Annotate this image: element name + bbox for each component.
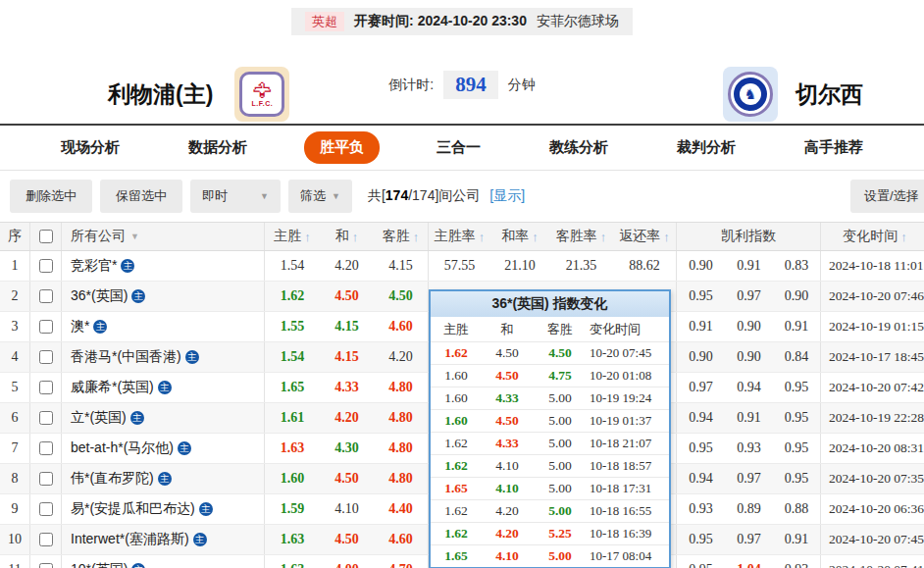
row-number: 8: [0, 464, 30, 493]
row-checkbox[interactable]: [39, 381, 53, 394]
row-checkbox[interactable]: [39, 441, 53, 455]
popup-change-time: 10-18 17:31: [588, 481, 669, 496]
company-cell: 伟*(直布罗陀)主: [62, 464, 265, 493]
kelly-away: 0.84: [773, 342, 821, 372]
nav-tab-6[interactable]: 裁判分析: [665, 132, 747, 163]
keep-selected-button[interactable]: 保留选中: [100, 180, 182, 213]
kelly-away: 0.95: [773, 464, 821, 493]
row-checkbox-cell: [30, 464, 62, 493]
company-name[interactable]: 伟*(直布罗陀)主: [71, 470, 172, 488]
away-odds: 4.50: [374, 282, 429, 311]
row-checkbox[interactable]: [39, 289, 53, 303]
header-away-rate[interactable]: 客胜率↑: [549, 223, 613, 250]
popup-away-odds: 4.75: [533, 368, 588, 384]
home-odds: 1.60: [265, 464, 320, 493]
instant-odds-select[interactable]: 即时 ▼: [190, 180, 281, 213]
header-home-rate[interactable]: 主胜率↑: [429, 223, 490, 250]
popup-home-odds: 1.62: [431, 526, 482, 542]
header-draw-odds[interactable]: 和↑: [320, 223, 374, 250]
row-checkbox[interactable]: [39, 502, 53, 516]
select-all-checkbox[interactable]: [39, 230, 53, 243]
home-indicator-icon: 主: [93, 320, 107, 334]
row-checkbox[interactable]: [39, 533, 53, 546]
nav-tab-3[interactable]: 胜平负: [304, 131, 380, 164]
odds-comparison-page: 英超 开赛时间: 2024-10-20 23:30 安菲尔德球场 利物浦(主) …: [0, 0, 924, 568]
away-odds: 4.40: [374, 494, 429, 524]
kelly-home: 0.94: [677, 464, 725, 493]
company-name[interactable]: 易*(安提瓜和巴布达)主: [71, 500, 213, 518]
analysis-nav: 现场分析数据分析胜平负三合一教练分析裁判分析高手推荐: [0, 124, 924, 171]
header-company[interactable]: 所有公司▼: [62, 223, 265, 250]
home-indicator-icon: 主: [131, 563, 145, 568]
row-checkbox[interactable]: [39, 411, 53, 425]
row-number: 3: [0, 312, 30, 341]
popup-draw-odds: 4.33: [482, 436, 533, 451]
chevron-down-icon: ▼: [260, 191, 269, 201]
row-checkbox[interactable]: [39, 259, 53, 273]
row-checkbox[interactable]: [39, 350, 53, 364]
nav-tab-7[interactable]: 高手推荐: [793, 132, 875, 163]
popup-row: 1.654.105.0010-17 08:04: [431, 544, 669, 567]
popup-header-row: 主胜和客胜变化时间: [431, 317, 669, 341]
home-odds: 1.59: [265, 494, 320, 524]
kelly-away: 0.83: [773, 251, 821, 281]
popup-change-time: 10-18 18:57: [588, 458, 669, 474]
header-return-rate[interactable]: 返还率↑: [613, 223, 677, 250]
kelly-draw: 0.91: [725, 251, 773, 281]
chevron-down-icon: ▼: [332, 191, 340, 201]
popup-away-odds: 5.00: [533, 503, 588, 519]
nav-tab-2[interactable]: 数据分析: [177, 132, 259, 163]
company-name[interactable]: 香港马*(中国香港)主: [71, 348, 199, 366]
popup-row: 1.604.505.0010-19 01:37: [431, 409, 669, 432]
row-checkbox[interactable]: [39, 563, 53, 568]
delete-selected-button[interactable]: 删除选中: [10, 180, 92, 213]
home-indicator-icon: 主: [158, 472, 172, 486]
company-name[interactable]: 立*(英国)主: [71, 409, 144, 427]
kickoff-time: 开赛时间: 2024-10-20 23:30: [354, 13, 527, 30]
popup-body: 1.624.504.5010-20 07:451.604.504.7510-20…: [431, 341, 669, 567]
popup-change-time: 10-17 08:04: [588, 548, 669, 564]
kelly-home: 0.93: [677, 494, 725, 524]
company-name[interactable]: 10*(英国)主: [71, 561, 145, 568]
change-time: 2024-10-19 01:15: [821, 312, 924, 341]
change-time: 2024-10-19 22:28: [821, 403, 924, 433]
home-odds: 1.54: [265, 251, 320, 281]
row-checkbox[interactable]: [39, 472, 53, 486]
row-number: 1: [0, 251, 30, 281]
popup-away-odds: 5.00: [533, 481, 588, 496]
away-odds: 4.60: [374, 525, 429, 554]
header-home-odds[interactable]: 主胜↑: [265, 223, 320, 250]
away-rate: 21.35: [549, 251, 613, 281]
company-name[interactable]: 竞彩官*主: [71, 257, 134, 275]
header-change-time[interactable]: 变化时间↑: [821, 223, 924, 250]
kelly-away: 0.91: [773, 312, 821, 341]
row-number: 2: [0, 282, 30, 311]
header-away-odds[interactable]: 客胜↑: [374, 223, 429, 250]
home-indicator-icon: 主: [199, 502, 213, 516]
sort-asc-icon: ↑: [663, 230, 670, 244]
popup-away-odds: 5.00: [533, 548, 588, 564]
popup-row: 1.654.105.0010-18 17:31: [431, 477, 669, 499]
draw-odds: 4.20: [320, 251, 374, 281]
header-draw-rate[interactable]: 和率↑: [490, 223, 549, 250]
company-cell: 立*(英国)主: [62, 403, 265, 433]
nav-tab-1[interactable]: 现场分析: [49, 132, 131, 163]
show-link[interactable]: [显示]: [489, 187, 525, 205]
company-name[interactable]: 威廉希*(英国)主: [71, 379, 172, 396]
nav-tab-4[interactable]: 三合一: [425, 132, 492, 163]
row-checkbox-cell: [30, 342, 62, 372]
filter-button[interactable]: 筛选 ▼: [288, 180, 352, 213]
nav-tab-5[interactable]: 教练分析: [538, 132, 620, 163]
company-name[interactable]: 澳*主: [71, 318, 107, 336]
kelly-away: 0.90: [773, 282, 821, 311]
odds-change-popup: 36*(英国) 指数变化 主胜和客胜变化时间 1.624.504.5010-20…: [429, 289, 671, 568]
kelly-home: 0.95: [677, 555, 725, 568]
draw-odds: 4.00: [320, 555, 374, 568]
settings-select-button[interactable]: 设置/选择: [850, 180, 924, 213]
company-name[interactable]: bet-at-h*(马尔他)主: [71, 439, 191, 457]
venue-name: 安菲尔德球场: [537, 13, 619, 30]
company-name[interactable]: 36*(英国)主: [71, 287, 145, 305]
company-name[interactable]: Interwet*(塞浦路斯)主: [71, 531, 207, 548]
draw-odds: 4.15: [320, 312, 374, 341]
row-checkbox[interactable]: [39, 320, 53, 334]
